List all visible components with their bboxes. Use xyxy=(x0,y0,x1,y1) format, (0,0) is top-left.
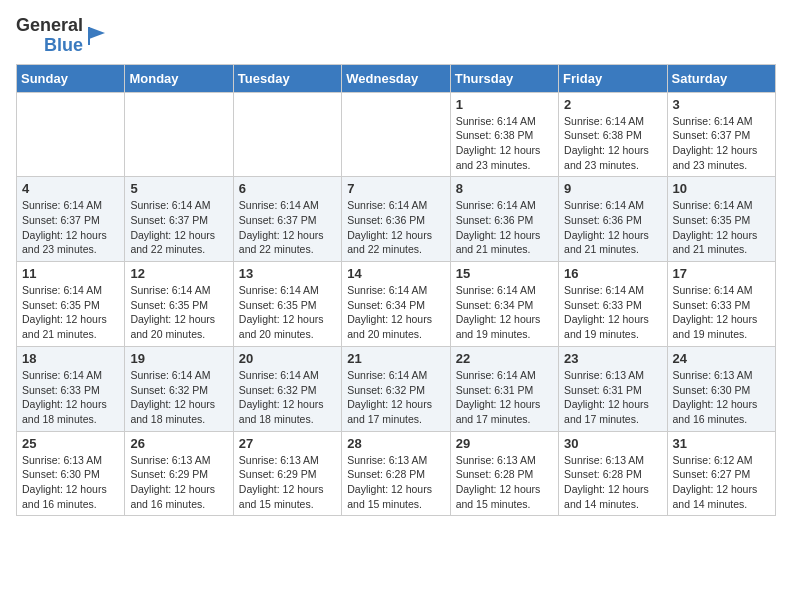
day-info: Sunrise: 6:13 AM Sunset: 6:28 PM Dayligh… xyxy=(347,453,444,512)
day-info: Sunrise: 6:14 AM Sunset: 6:38 PM Dayligh… xyxy=(564,114,661,173)
calendar-week-row: 25Sunrise: 6:13 AM Sunset: 6:30 PM Dayli… xyxy=(17,431,776,516)
day-info: Sunrise: 6:14 AM Sunset: 6:34 PM Dayligh… xyxy=(456,283,553,342)
day-info: Sunrise: 6:13 AM Sunset: 6:28 PM Dayligh… xyxy=(456,453,553,512)
day-number: 18 xyxy=(22,351,119,366)
day-header-saturday: Saturday xyxy=(667,64,775,92)
day-info: Sunrise: 6:14 AM Sunset: 6:36 PM Dayligh… xyxy=(347,198,444,257)
day-info: Sunrise: 6:14 AM Sunset: 6:33 PM Dayligh… xyxy=(564,283,661,342)
day-number: 3 xyxy=(673,97,770,112)
day-number: 5 xyxy=(130,181,227,196)
calendar-cell: 27Sunrise: 6:13 AM Sunset: 6:29 PM Dayli… xyxy=(233,431,341,516)
day-number: 1 xyxy=(456,97,553,112)
calendar-cell: 16Sunrise: 6:14 AM Sunset: 6:33 PM Dayli… xyxy=(559,262,667,347)
day-number: 17 xyxy=(673,266,770,281)
calendar-cell: 18Sunrise: 6:14 AM Sunset: 6:33 PM Dayli… xyxy=(17,346,125,431)
day-number: 2 xyxy=(564,97,661,112)
calendar-cell: 14Sunrise: 6:14 AM Sunset: 6:34 PM Dayli… xyxy=(342,262,450,347)
calendar-header-row: SundayMondayTuesdayWednesdayThursdayFrid… xyxy=(17,64,776,92)
calendar-cell: 20Sunrise: 6:14 AM Sunset: 6:32 PM Dayli… xyxy=(233,346,341,431)
day-info: Sunrise: 6:14 AM Sunset: 6:35 PM Dayligh… xyxy=(239,283,336,342)
calendar-cell: 1Sunrise: 6:14 AM Sunset: 6:38 PM Daylig… xyxy=(450,92,558,177)
calendar-week-row: 4Sunrise: 6:14 AM Sunset: 6:37 PM Daylig… xyxy=(17,177,776,262)
calendar-cell: 22Sunrise: 6:14 AM Sunset: 6:31 PM Dayli… xyxy=(450,346,558,431)
day-number: 27 xyxy=(239,436,336,451)
calendar-cell: 26Sunrise: 6:13 AM Sunset: 6:29 PM Dayli… xyxy=(125,431,233,516)
calendar-cell: 24Sunrise: 6:13 AM Sunset: 6:30 PM Dayli… xyxy=(667,346,775,431)
calendar-cell xyxy=(233,92,341,177)
calendar-cell: 8Sunrise: 6:14 AM Sunset: 6:36 PM Daylig… xyxy=(450,177,558,262)
day-info: Sunrise: 6:14 AM Sunset: 6:32 PM Dayligh… xyxy=(347,368,444,427)
day-number: 23 xyxy=(564,351,661,366)
day-number: 9 xyxy=(564,181,661,196)
day-number: 26 xyxy=(130,436,227,451)
day-header-wednesday: Wednesday xyxy=(342,64,450,92)
calendar-cell xyxy=(17,92,125,177)
day-number: 15 xyxy=(456,266,553,281)
calendar-cell: 28Sunrise: 6:13 AM Sunset: 6:28 PM Dayli… xyxy=(342,431,450,516)
day-info: Sunrise: 6:13 AM Sunset: 6:28 PM Dayligh… xyxy=(564,453,661,512)
day-number: 13 xyxy=(239,266,336,281)
day-number: 7 xyxy=(347,181,444,196)
calendar-cell: 31Sunrise: 6:12 AM Sunset: 6:27 PM Dayli… xyxy=(667,431,775,516)
day-info: Sunrise: 6:14 AM Sunset: 6:38 PM Dayligh… xyxy=(456,114,553,173)
day-number: 6 xyxy=(239,181,336,196)
day-number: 10 xyxy=(673,181,770,196)
day-info: Sunrise: 6:13 AM Sunset: 6:30 PM Dayligh… xyxy=(22,453,119,512)
calendar-week-row: 11Sunrise: 6:14 AM Sunset: 6:35 PM Dayli… xyxy=(17,262,776,347)
day-info: Sunrise: 6:13 AM Sunset: 6:29 PM Dayligh… xyxy=(239,453,336,512)
calendar-cell: 17Sunrise: 6:14 AM Sunset: 6:33 PM Dayli… xyxy=(667,262,775,347)
day-info: Sunrise: 6:14 AM Sunset: 6:37 PM Dayligh… xyxy=(239,198,336,257)
calendar-week-row: 1Sunrise: 6:14 AM Sunset: 6:38 PM Daylig… xyxy=(17,92,776,177)
day-info: Sunrise: 6:14 AM Sunset: 6:37 PM Dayligh… xyxy=(673,114,770,173)
day-number: 11 xyxy=(22,266,119,281)
day-info: Sunrise: 6:14 AM Sunset: 6:37 PM Dayligh… xyxy=(22,198,119,257)
calendar-cell: 3Sunrise: 6:14 AM Sunset: 6:37 PM Daylig… xyxy=(667,92,775,177)
day-info: Sunrise: 6:14 AM Sunset: 6:32 PM Dayligh… xyxy=(239,368,336,427)
day-number: 16 xyxy=(564,266,661,281)
calendar-cell: 23Sunrise: 6:13 AM Sunset: 6:31 PM Dayli… xyxy=(559,346,667,431)
day-header-monday: Monday xyxy=(125,64,233,92)
day-number: 21 xyxy=(347,351,444,366)
day-number: 24 xyxy=(673,351,770,366)
page-header: General Blue xyxy=(16,16,776,56)
calendar-table: SundayMondayTuesdayWednesdayThursdayFrid… xyxy=(16,64,776,517)
day-number: 22 xyxy=(456,351,553,366)
calendar-week-row: 18Sunrise: 6:14 AM Sunset: 6:33 PM Dayli… xyxy=(17,346,776,431)
day-number: 12 xyxy=(130,266,227,281)
calendar-cell: 5Sunrise: 6:14 AM Sunset: 6:37 PM Daylig… xyxy=(125,177,233,262)
calendar-cell: 13Sunrise: 6:14 AM Sunset: 6:35 PM Dayli… xyxy=(233,262,341,347)
calendar-cell: 29Sunrise: 6:13 AM Sunset: 6:28 PM Dayli… xyxy=(450,431,558,516)
day-info: Sunrise: 6:14 AM Sunset: 6:31 PM Dayligh… xyxy=(456,368,553,427)
calendar-cell: 9Sunrise: 6:14 AM Sunset: 6:36 PM Daylig… xyxy=(559,177,667,262)
day-header-friday: Friday xyxy=(559,64,667,92)
calendar-cell: 2Sunrise: 6:14 AM Sunset: 6:38 PM Daylig… xyxy=(559,92,667,177)
day-info: Sunrise: 6:14 AM Sunset: 6:36 PM Dayligh… xyxy=(564,198,661,257)
day-number: 31 xyxy=(673,436,770,451)
logo: General Blue xyxy=(16,16,107,56)
logo-blue: Blue xyxy=(44,36,83,56)
calendar-cell: 15Sunrise: 6:14 AM Sunset: 6:34 PM Dayli… xyxy=(450,262,558,347)
calendar-cell: 30Sunrise: 6:13 AM Sunset: 6:28 PM Dayli… xyxy=(559,431,667,516)
calendar-cell xyxy=(342,92,450,177)
calendar-cell: 19Sunrise: 6:14 AM Sunset: 6:32 PM Dayli… xyxy=(125,346,233,431)
day-info: Sunrise: 6:13 AM Sunset: 6:31 PM Dayligh… xyxy=(564,368,661,427)
day-number: 28 xyxy=(347,436,444,451)
day-header-sunday: Sunday xyxy=(17,64,125,92)
day-number: 4 xyxy=(22,181,119,196)
day-number: 30 xyxy=(564,436,661,451)
calendar-cell: 25Sunrise: 6:13 AM Sunset: 6:30 PM Dayli… xyxy=(17,431,125,516)
day-number: 8 xyxy=(456,181,553,196)
day-number: 29 xyxy=(456,436,553,451)
day-number: 20 xyxy=(239,351,336,366)
day-info: Sunrise: 6:14 AM Sunset: 6:32 PM Dayligh… xyxy=(130,368,227,427)
calendar-cell: 6Sunrise: 6:14 AM Sunset: 6:37 PM Daylig… xyxy=(233,177,341,262)
day-info: Sunrise: 6:14 AM Sunset: 6:33 PM Dayligh… xyxy=(673,283,770,342)
day-info: Sunrise: 6:13 AM Sunset: 6:29 PM Dayligh… xyxy=(130,453,227,512)
day-header-thursday: Thursday xyxy=(450,64,558,92)
calendar-cell xyxy=(125,92,233,177)
calendar-cell: 11Sunrise: 6:14 AM Sunset: 6:35 PM Dayli… xyxy=(17,262,125,347)
day-number: 25 xyxy=(22,436,119,451)
svg-marker-0 xyxy=(89,27,105,39)
calendar-cell: 21Sunrise: 6:14 AM Sunset: 6:32 PM Dayli… xyxy=(342,346,450,431)
day-info: Sunrise: 6:12 AM Sunset: 6:27 PM Dayligh… xyxy=(673,453,770,512)
